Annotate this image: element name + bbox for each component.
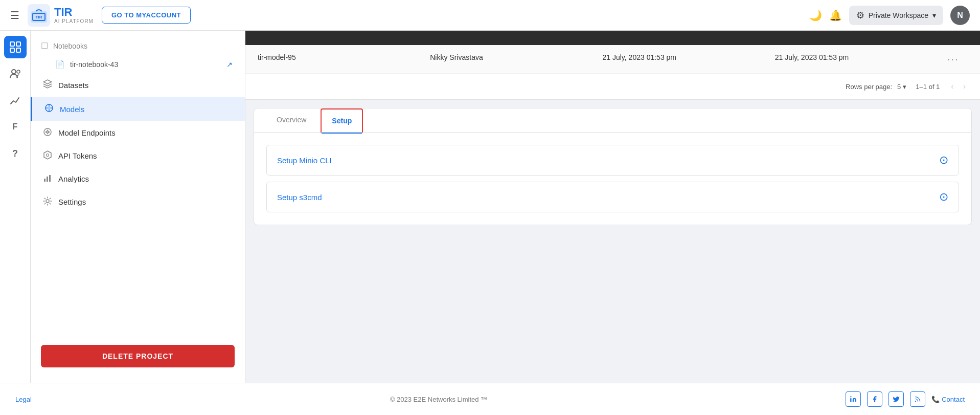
notebook-name: tir-notebook-43 [70,60,118,69]
svg-rect-6 [10,48,14,52]
models-label: Models [60,105,84,114]
avatar[interactable]: N [950,6,970,25]
nav-item-api-tokens[interactable]: API Tokens [31,144,245,167]
go-to-myaccount-button[interactable]: GO TO MYACCOUNT [102,7,191,24]
workspace-button[interactable]: ⚙ Private Workspace ▾ [849,6,943,25]
header: ☰ TIR TIR AI PLATFORM GO TO MYACCOUNT 🌙 … [0,0,980,31]
sidebar-icon-feature[interactable]: F [4,116,27,138]
notebooks-icon: ☐ [41,41,48,51]
header-left: ☰ TIR TIR AI PLATFORM GO TO MYACCOUNT [10,4,191,27]
hamburger-icon[interactable]: ☰ [10,9,19,21]
svg-rect-17 [47,177,48,182]
table-area: tir-model-95 Nikky Srivastava 21 July, 2… [245,31,980,100]
icon-sidebar: F ? [0,31,31,383]
svg-rect-16 [44,179,45,182]
tabs-content: Overview Setup Setup Minio CLI ⊙ Setup s… [254,108,972,225]
svg-marker-14 [44,151,51,159]
table-row: tir-model-95 Nikky Srivastava 21 July, 2… [245,45,980,74]
datasets-icon [43,79,52,91]
row-owner: Nikky Srivastava [430,53,602,65]
facebook-icon[interactable] [867,391,882,407]
tab-overview[interactable]: Overview [266,108,316,132]
svg-rect-4 [10,42,14,46]
next-page-button[interactable]: › [961,80,968,93]
logo: TIR TIR AI PLATFORM [28,4,94,27]
notification-icon[interactable]: 🔔 [829,9,842,21]
setup-s3cmd-label: Setup s3cmd [277,193,322,202]
datasets-label: Datasets [58,81,88,90]
api-tokens-icon [43,150,52,161]
tab-setup[interactable]: Setup [321,108,363,133]
nav-item-settings[interactable]: Settings [31,190,245,213]
svg-point-21 [916,401,916,402]
svg-point-13 [44,128,51,136]
contact-label: Contact [942,396,965,403]
setup-s3cmd-expand-icon[interactable]: ⊙ [939,190,948,204]
settings-icon [43,196,52,207]
logo-sub: AI PLATFORM [54,18,94,24]
models-icon [44,103,54,115]
svg-point-15 [47,154,49,157]
nav-item-analytics[interactable]: Analytics [31,167,245,190]
setup-minio-cli-item[interactable]: Setup Minio CLI ⊙ [266,145,959,176]
setup-minio-cli-expand-icon[interactable]: ⊙ [939,154,948,167]
rows-per-page-label: Rows per page: [846,83,892,91]
table-footer: Rows per page: 5 ▾ 1–1 of 1 ‹ › [245,74,980,100]
contact-link[interactable]: 📞 Contact [931,396,965,403]
analytics-label: Analytics [58,174,89,183]
twitter-icon[interactable] [888,391,904,407]
sidebar-icon-help[interactable]: ? [4,142,27,165]
svg-point-8 [12,70,16,74]
notebook-item[interactable]: 📄 tir-notebook-43 ↗ [31,56,245,73]
workspace-label: Private Workspace [869,11,928,19]
svg-text:TIR: TIR [36,15,42,19]
model-endpoints-icon [43,127,52,138]
header-right: 🌙 🔔 ⚙ Private Workspace ▾ N [809,6,970,25]
notebooks-label[interactable]: Notebooks [53,42,87,50]
footer: Legal © 2023 E2E Networks Limited ™ 📞 Co… [0,383,980,415]
nav-item-models[interactable]: Models [31,97,245,121]
svg-point-19 [46,200,49,203]
nav-item-datasets[interactable]: Datasets [31,73,245,97]
svg-point-20 [850,396,851,397]
rows-per-page-dropdown-icon: ▾ [903,83,906,91]
setup-minio-cli-label: Setup Minio CLI [277,156,332,165]
settings-label: Settings [58,198,86,206]
footer-social-links: 📞 Contact [846,391,965,407]
main-content: tir-model-95 Nikky Srivastava 21 July, 2… [245,31,980,383]
svg-rect-5 [16,42,20,46]
table-header [245,31,980,45]
row-name[interactable]: tir-model-95 [258,53,430,65]
prev-page-button[interactable]: ‹ [949,80,955,93]
delete-project-button[interactable]: DELETE PROJECT [41,345,235,367]
notebook-file-icon: 📄 [55,60,65,69]
row-actions-button[interactable]: ··· [947,53,968,65]
logo-icon: TIR [28,4,50,27]
svg-rect-7 [16,48,20,52]
row-created-at: 21 July, 2023 01:53 pm [603,53,775,65]
notebook-external-link-icon[interactable]: ↗ [226,60,233,69]
svg-marker-10 [43,80,52,84]
svg-point-12 [48,106,51,110]
phone-icon: 📞 [931,396,940,403]
setup-s3cmd-item[interactable]: Setup s3cmd ⊙ [266,182,959,212]
copyright-text: © 2023 E2E Networks Limited ™ [390,396,487,403]
body: F ? ☐ Notebooks 📄 tir-notebook-43 ↗ Data… [0,31,980,383]
rss-icon[interactable] [910,391,925,407]
sidebar-icon-users[interactable] [4,62,27,85]
nav-item-model-endpoints[interactable]: Model Endpoints [31,121,245,144]
dark-mode-icon[interactable]: 🌙 [809,9,822,21]
setup-content: Setup Minio CLI ⊙ Setup s3cmd ⊙ [254,133,971,225]
notebooks-section: ☐ Notebooks [31,36,245,56]
rows-per-page-select[interactable]: 5 ▾ [897,83,906,91]
workspace-dropdown-icon: ▾ [932,11,936,19]
workspace-settings-icon: ⚙ [856,10,864,21]
row-updated-at: 21 July, 2023 01:53 pm [775,53,947,65]
legal-link[interactable]: Legal [15,396,32,403]
tabs-bar: Overview Setup [254,108,971,133]
sidebar-icon-analytics[interactable] [4,89,27,112]
logo-tir: TIR [54,6,94,18]
sidebar-icon-dashboard[interactable] [4,36,27,58]
linkedin-icon[interactable] [846,391,861,407]
page-info: 1–1 of 1 [916,83,940,91]
